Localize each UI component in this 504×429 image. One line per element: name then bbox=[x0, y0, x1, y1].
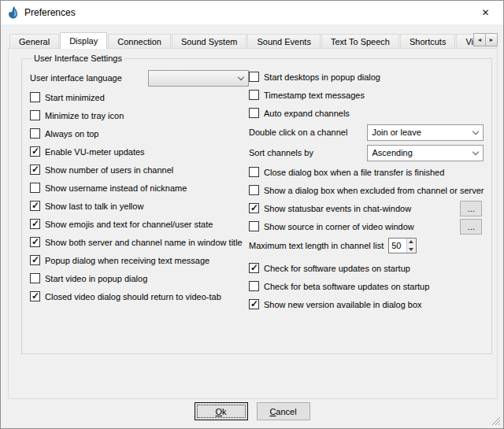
spinner-value: 50 bbox=[389, 239, 406, 253]
ok-label-accel: O bbox=[215, 407, 222, 416]
checkbox-label: Timestamp text messages bbox=[264, 91, 365, 100]
checkbox-icon bbox=[30, 92, 40, 102]
checkbox-label: Show source in corner of video window bbox=[264, 222, 414, 231]
checkbox-label: Show number of users in channel bbox=[45, 165, 173, 175]
checkbox-icon bbox=[249, 263, 259, 273]
check-timestamp-text-messages[interactable]: Timestamp text messages bbox=[249, 86, 484, 104]
ok-label-rest: k bbox=[222, 407, 227, 416]
tab-connection[interactable]: Connection bbox=[108, 34, 171, 48]
max-text-length-row: Maximum text length in channel list 50 bbox=[249, 235, 484, 256]
checkbox-label: Always on top bbox=[45, 129, 98, 139]
check-show-last-to-talk[interactable]: Show last to talk in yellow bbox=[30, 197, 249, 215]
arrow-left-icon: ◄ bbox=[477, 37, 483, 43]
language-label: User interface language bbox=[30, 73, 122, 83]
checkbox-icon bbox=[30, 255, 40, 265]
checkbox-icon bbox=[30, 219, 40, 229]
checkbox-icon bbox=[30, 291, 40, 301]
statusbar-events-browse-button[interactable]: ... bbox=[460, 201, 482, 216]
checkbox-label: Start desktops in popup dialog bbox=[264, 72, 380, 82]
checkbox-label: Close dialog box when a file transfer is… bbox=[264, 168, 444, 177]
tab-general[interactable]: General bbox=[9, 34, 59, 48]
left-column: User interface language Start minimized bbox=[30, 68, 249, 313]
checkbox-icon bbox=[249, 167, 259, 177]
checkbox-label: Show emojis and text for channel/user st… bbox=[45, 220, 213, 229]
chevron-down-icon bbox=[469, 131, 483, 134]
check-auto-expand-channels[interactable]: Auto expand channels bbox=[249, 104, 484, 122]
checkbox-icon bbox=[249, 108, 259, 118]
checkbox-label: Start minimized bbox=[45, 93, 105, 102]
app-icon bbox=[7, 6, 20, 19]
check-show-new-version[interactable]: Show new version available in dialog box bbox=[249, 295, 484, 313]
tab-scroll-left-button[interactable]: ◄ bbox=[473, 33, 486, 46]
cancel-button[interactable]: Cancel bbox=[257, 402, 310, 420]
checkbox-label: Start video in popup dialog bbox=[45, 274, 147, 283]
tab-shortcuts[interactable]: Shortcuts bbox=[400, 34, 455, 48]
spinner-buttons bbox=[406, 239, 416, 253]
check-show-emojis-and-text[interactable]: Show emojis and text for channel/user st… bbox=[30, 215, 249, 233]
checkbox-icon bbox=[249, 90, 259, 100]
max-text-length-spinner[interactable]: 50 bbox=[388, 238, 417, 253]
check-software-updates[interactable]: Check for software updates on startup bbox=[249, 259, 484, 277]
user-interface-settings-group: User Interface Settings User interface l… bbox=[21, 54, 492, 354]
chevron-down-icon bbox=[234, 77, 248, 80]
checkbox-icon bbox=[30, 165, 40, 175]
combobox-value: Ascending bbox=[372, 148, 469, 157]
checkbox-icon bbox=[30, 128, 40, 139]
checkbox-icon bbox=[30, 237, 40, 247]
double-click-combobox[interactable]: Join or leave bbox=[367, 124, 484, 141]
video-source-browse-button[interactable]: ... bbox=[460, 219, 482, 235]
sort-channels-combobox[interactable]: Ascending bbox=[367, 145, 484, 161]
check-show-statusbar-events[interactable]: Show statusbar events in chat-window ... bbox=[249, 199, 484, 217]
check-close-dialog-file-transfer[interactable]: Close dialog box when a file transfer is… bbox=[249, 163, 484, 181]
spin-up-button[interactable] bbox=[407, 239, 416, 246]
check-start-desktops-popup[interactable]: Start desktops in popup dialog bbox=[249, 68, 484, 86]
checkbox-icon bbox=[30, 146, 40, 157]
checkbox-icon bbox=[249, 281, 259, 291]
checkbox-label: Show username instead of nickname bbox=[45, 183, 187, 193]
language-combobox[interactable] bbox=[148, 70, 249, 87]
checkbox-label: Show both server and channel name in win… bbox=[45, 238, 243, 247]
tab-sound-system[interactable]: Sound System bbox=[172, 34, 247, 48]
check-enable-vu-meter-updates[interactable]: Enable VU-meter updates bbox=[30, 142, 249, 161]
tab-scroll-right-button[interactable]: ► bbox=[485, 33, 498, 46]
tab-display[interactable]: Display bbox=[60, 32, 107, 49]
tab-control: General Display Connection Sound System … bbox=[8, 32, 498, 399]
checkbox-label: Check for software updates on startup bbox=[264, 264, 410, 273]
checkbox-icon bbox=[249, 221, 259, 231]
double-click-row: Double click on a channel Join or leave bbox=[249, 122, 484, 142]
chevron-down-icon bbox=[469, 152, 483, 154]
checkbox-icon bbox=[30, 201, 40, 211]
check-show-number-of-users[interactable]: Show number of users in channel bbox=[30, 161, 249, 179]
close-button[interactable]: ✕ bbox=[468, 1, 503, 24]
check-popup-dialog-text-message[interactable]: Popup dialog when receiving text message bbox=[30, 251, 249, 269]
check-beta-updates[interactable]: Check for beta software updates on start… bbox=[249, 277, 484, 295]
check-always-on-top[interactable]: Always on top bbox=[30, 124, 249, 142]
tab-scroll-control: ◄ ► bbox=[474, 33, 498, 46]
checkbox-label: Enable VU-meter updates bbox=[45, 147, 145, 157]
checkbox-label: Auto expand channels bbox=[264, 109, 350, 118]
checkbox-label: Show a dialog box when excluded from cha… bbox=[264, 186, 484, 195]
settings-columns: User interface language Start minimized bbox=[30, 68, 484, 313]
window-title: Preferences bbox=[24, 7, 468, 18]
checkbox-label: Popup dialog when receiving text message bbox=[45, 256, 209, 265]
check-start-minimized[interactable]: Start minimized bbox=[30, 88, 249, 106]
check-minimize-to-tray-icon[interactable]: Minimize to tray icon bbox=[30, 106, 249, 124]
resize-grip[interactable] bbox=[491, 416, 501, 426]
check-closed-video-return[interactable]: Closed video dialog should return to vid… bbox=[30, 287, 249, 305]
check-show-username-instead-of-nickname[interactable]: Show username instead of nickname bbox=[30, 179, 249, 197]
checkbox-label: Show statusbar events in chat-window bbox=[264, 204, 411, 213]
check-show-dialog-excluded[interactable]: Show a dialog box when excluded from cha… bbox=[249, 181, 484, 199]
check-start-video-popup[interactable]: Start video in popup dialog bbox=[30, 269, 249, 287]
checkbox-icon bbox=[249, 203, 259, 213]
ok-button[interactable]: Ok bbox=[195, 402, 248, 420]
language-row: User interface language bbox=[30, 68, 249, 88]
check-show-video-source[interactable]: Show source in corner of video window ..… bbox=[249, 217, 484, 235]
tab-text-to-speech[interactable]: Text To Speech bbox=[321, 34, 399, 48]
titlebar[interactable]: Preferences ✕ bbox=[1, 1, 503, 24]
spin-down-button[interactable] bbox=[407, 246, 416, 253]
tab-strip: General Display Connection Sound System … bbox=[8, 32, 498, 49]
check-show-server-and-channel-name[interactable]: Show both server and channel name in win… bbox=[30, 233, 249, 251]
checkbox-label: Show new version available in dialog box bbox=[264, 300, 422, 309]
tab-sound-events[interactable]: Sound Events bbox=[247, 34, 321, 48]
checkbox-icon bbox=[249, 299, 259, 309]
